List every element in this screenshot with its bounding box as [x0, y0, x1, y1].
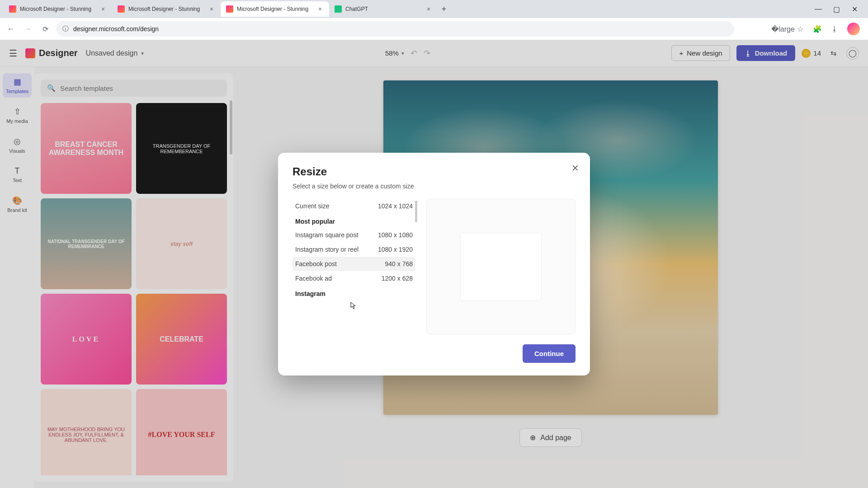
close-icon[interactable]: × [99, 5, 107, 13]
size-list: Current size 1024 x 1024 Most popular In… [292, 199, 415, 334]
close-window-icon[interactable]: ✕ [850, 5, 859, 14]
modal-title: Resize [292, 165, 576, 178]
size-value: 1200 x 628 [382, 275, 413, 282]
modal-overlay[interactable]: Resize ✕ Select a size below or create a… [0, 40, 868, 488]
modal-subtitle: Select a size below or create a custom s… [292, 183, 576, 190]
app: ☰ Designer Unsaved design ▾ 58% ▾ ↶ ↷ + … [0, 40, 868, 488]
size-section-header: Most popular [292, 213, 415, 228]
forward-button[interactable]: → [22, 23, 34, 35]
minimize-icon[interactable]: ― [814, 5, 823, 14]
address-bar: ← → ⟳ ⓘ designer.microsoft.com/design �l… [0, 18, 868, 40]
size-value: 1024 x 1024 [378, 202, 413, 210]
scrollbar[interactable] [415, 201, 417, 222]
size-label: Facebook ad [295, 275, 332, 282]
resize-modal: Resize ✕ Select a size below or create a… [278, 153, 590, 375]
size-label: Current size [295, 202, 329, 210]
new-tab-button[interactable]: + [438, 3, 450, 15]
maximize-icon[interactable]: ▢ [832, 5, 841, 14]
size-value: 940 x 768 [385, 260, 413, 267]
back-button[interactable]: ← [5, 23, 17, 35]
close-icon[interactable]: × [425, 5, 432, 13]
tab-title: Microsoft Designer - Stunning [128, 6, 204, 12]
url-text: designer.microsoft.com/design [73, 25, 159, 33]
size-option-current[interactable]: Current size 1024 x 1024 [292, 199, 415, 213]
site-info-icon[interactable]: ⓘ [62, 25, 69, 33]
browser-tab[interactable]: Microsoft Designer - Stunning × [4, 1, 112, 17]
close-icon[interactable]: × [208, 5, 215, 13]
browser-tab-active[interactable]: Microsoft Designer - Stunning × [221, 1, 329, 17]
tab-title: Microsoft Designer - Stunning [237, 6, 313, 12]
favicon-icon [118, 5, 125, 13]
size-section-header: Instagram [292, 286, 415, 300]
browser-tab[interactable]: Microsoft Designer - Stunning × [112, 1, 221, 17]
size-value: 1080 x 1080 [378, 231, 413, 239]
window-controls: ― ▢ ✕ [814, 5, 864, 14]
favicon-icon [9, 5, 16, 13]
close-icon[interactable]: × [316, 5, 324, 13]
size-label: Instagram square post [295, 231, 358, 239]
favicon-icon [335, 5, 342, 13]
reload-button[interactable]: ⟳ [39, 23, 52, 35]
browser-chrome: Microsoft Designer - Stunning × Microsof… [0, 0, 868, 40]
extensions-icon[interactable]: 🧩 [813, 24, 822, 33]
continue-button[interactable]: Continue [523, 344, 576, 363]
preview-rect [460, 233, 542, 300]
profile-avatar[interactable] [847, 23, 860, 35]
tab-title: Microsoft Designer - Stunning [20, 6, 96, 12]
bookmark-icon[interactable]: ☆ [796, 24, 805, 33]
size-option-instagram-story[interactable]: Instagram story or reel 488 x 868 [292, 242, 415, 257]
size-option-instagram-square[interactable]: Instagram square post 1080 x 1080 [292, 228, 415, 242]
close-button[interactable]: ✕ [571, 163, 579, 174]
downloads-icon[interactable]: ⭳ [830, 24, 839, 33]
favicon-icon [226, 5, 233, 13]
size-preview [426, 199, 576, 334]
url-input[interactable]: ⓘ designer.microsoft.com/design [56, 21, 734, 37]
size-option-facebook-ad[interactable]: Facebook ad 1200 x 628 [292, 271, 415, 286]
browser-tab[interactable]: ChatGPT × [329, 1, 438, 17]
size-label: Instagram story or reel [295, 246, 359, 253]
size-option-facebook-post[interactable]: Facebook post 940 x 768 [292, 257, 415, 271]
install-icon[interactable]: �large [778, 24, 788, 33]
tab-bar: Microsoft Designer - Stunning × Microsof… [0, 0, 868, 18]
size-label: Facebook post [295, 260, 337, 267]
size-value: 488 x 868 [378, 246, 413, 253]
tab-title: ChatGPT [345, 6, 421, 12]
